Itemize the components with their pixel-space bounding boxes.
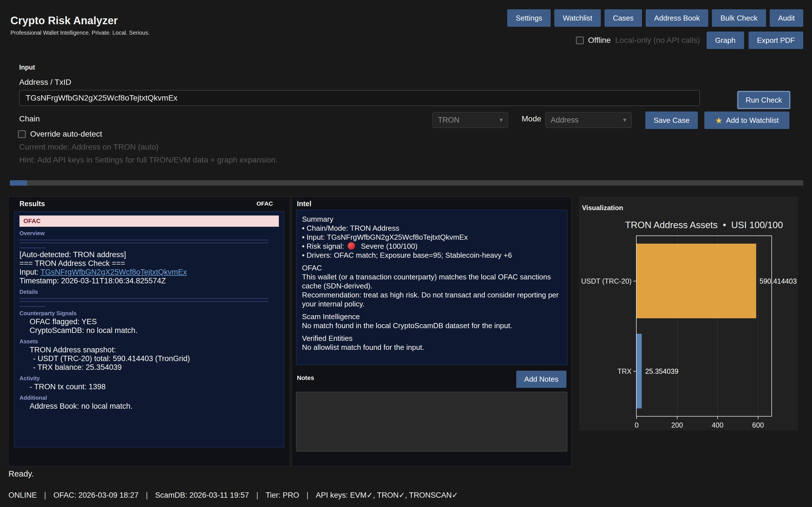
gap: [19, 243, 279, 245]
results-section-label: Assets: [19, 337, 279, 346]
x-tick-label: 400: [712, 421, 723, 429]
nav-watchlist-button[interactable]: Watchlist: [554, 9, 601, 27]
nav-bulk-check-button[interactable]: Bulk Check: [712, 9, 766, 27]
results-panel-header: Results OFAC: [8, 197, 290, 210]
address-input[interactable]: [19, 90, 700, 106]
export-pdf-button[interactable]: Export PDF: [749, 32, 803, 49]
red-circle-icon: [348, 242, 355, 249]
results-line: [Auto-detected: TRON address]: [19, 250, 279, 259]
x-tick: [637, 416, 637, 419]
separator: |: [256, 491, 258, 500]
chain-select[interactable]: TRON ▾: [433, 112, 508, 128]
run-check-button[interactable]: Run Check: [738, 91, 790, 109]
bar-value-label: 25.354039: [645, 367, 678, 375]
results-line: - TRX balance: 25.354039: [19, 363, 279, 372]
gap: [19, 285, 279, 288]
notes-textarea[interactable]: [296, 392, 567, 452]
chevron-down-icon: ▾: [500, 116, 503, 124]
override-auto-detect-checkbox[interactable]: [18, 130, 26, 138]
separator: |: [44, 491, 46, 500]
gap: [19, 248, 279, 250]
add-to-watchlist-label: Add to Watchlist: [726, 116, 779, 125]
results-line: - TRON tx count: 1398: [19, 383, 279, 391]
intel-panel: Intel Summary• Chain/Mode: TRON Address•…: [292, 196, 571, 466]
results-line: Timestamp: 2026-03-11T18:06:34.825574Z: [19, 277, 279, 285]
add-to-watchlist-button[interactable]: ★ Add to Watchlist: [704, 112, 790, 129]
input-link-line: Input: TGsNFrgWfbGN2gX25Wcf8oTejtxtQkvmE…: [19, 268, 279, 277]
x-tick: [677, 416, 677, 419]
nav-settings-button[interactable]: Settings: [507, 9, 551, 27]
intel-line: Verified Entities: [302, 334, 561, 343]
gap: [302, 330, 561, 334]
intel-panel-header: Intel: [292, 197, 571, 210]
rule-line: [19, 245, 45, 248]
intel-line: Summary: [302, 215, 561, 224]
nav-cases-button[interactable]: Cases: [605, 9, 642, 27]
app-title: Crypto Risk Analyzer: [10, 15, 150, 27]
intel-line: OFAC: [302, 263, 561, 272]
separator: |: [306, 491, 308, 500]
results-panel: Results OFAC OFACOverview[Auto-detected:…: [8, 196, 290, 466]
top-toolbar-row: Offline Local-only (no API calls) Graph …: [576, 32, 803, 49]
input-section-label: Input: [19, 64, 35, 71]
rule-line: [19, 296, 268, 299]
results-section-label: Details: [19, 288, 279, 296]
chain-select-value: TRON: [438, 116, 460, 124]
x-tick-label: 600: [752, 421, 764, 429]
chevron-down-icon: ▾: [623, 116, 626, 124]
results-line: CryptoScamDB: no local match.: [19, 326, 279, 335]
graph-button[interactable]: Graph: [707, 32, 744, 49]
gap: [19, 307, 279, 309]
offline-checkbox[interactable]: [576, 37, 583, 44]
gap: [302, 308, 561, 312]
current-mode-text: Current mode: Address on TRON (auto): [19, 143, 158, 152]
rule-line: [19, 299, 268, 302]
category-label: USDT (TRC-20): [581, 277, 631, 285]
offline-label: Offline: [588, 36, 611, 45]
results-section-label: Counterparty Signals: [19, 309, 279, 318]
address-link[interactable]: TGsNFrgWfbGN2gX25Wcf8oTejtxtQkvmEx: [41, 268, 187, 276]
ready-status: Ready.: [8, 469, 34, 478]
rule-line: [19, 304, 45, 307]
y-tick: [633, 281, 637, 281]
progress-fill: [10, 180, 27, 186]
x-tick: [717, 416, 718, 419]
link-prefix: Input:: [19, 268, 41, 276]
progress-bar: [10, 180, 803, 186]
gap: [19, 391, 279, 393]
chart-bar-1: [637, 334, 642, 408]
save-case-button[interactable]: Save Case: [645, 112, 698, 129]
results-line: === TRON Address Check ===: [19, 259, 279, 268]
visualization-title: Visualization: [582, 204, 623, 212]
results-line: - USDT (TRC-20) total: 590.414403 (TronG…: [19, 354, 279, 363]
add-notes-button[interactable]: Add Notes: [516, 371, 566, 388]
override-row: Override auto-detect: [18, 129, 102, 138]
intel-line: No match found in the local CryptoScamDB…: [302, 321, 561, 330]
intel-line: No allowlist match found for the input.: [302, 343, 561, 352]
mode-label: Mode: [522, 114, 541, 123]
notes-label: Notes: [297, 374, 314, 382]
gap: [19, 335, 279, 337]
y-tick: [633, 371, 637, 372]
results-section-label: Activity: [19, 374, 279, 383]
results-corner-badge: OFAC: [257, 200, 273, 207]
mode-select[interactable]: Address ▾: [545, 112, 631, 128]
x-tick-label: 0: [635, 421, 639, 429]
nav-address-book-button[interactable]: Address Book: [646, 9, 708, 27]
intel-line: Recommendation: treat as high risk. Do n…: [302, 290, 561, 308]
intel-line: • Chain/Mode: TRON Address: [302, 224, 561, 233]
nav-audit-button[interactable]: Audit: [770, 9, 803, 27]
results-line: Address Book: no local match.: [19, 402, 279, 411]
intel-line: Scam Intelligence: [302, 312, 561, 321]
status-bar: ONLINE|OFAC: 2026-03-09 18:27|ScamDB: 20…: [8, 491, 458, 500]
hint-text: Hint: Add API keys in Settings for full …: [19, 156, 278, 165]
status-segment: ONLINE: [8, 491, 37, 500]
intel-line: • Input: TGsNFrgWfbGN2gX25Wcf8oTejtxtQkv…: [302, 233, 561, 242]
brand: Crypto Risk Analyzer Professional Wallet…: [10, 15, 150, 36]
gap: [302, 260, 561, 263]
intel-title: Intel: [297, 200, 311, 208]
mode-select-value: Address: [551, 116, 578, 124]
intel-content: Summary• Chain/Mode: TRON Address• Input…: [296, 210, 567, 365]
offline-note: Local-only (no API calls): [615, 36, 700, 45]
intel-line: • Risk signal: Severe (100/100): [302, 242, 561, 251]
